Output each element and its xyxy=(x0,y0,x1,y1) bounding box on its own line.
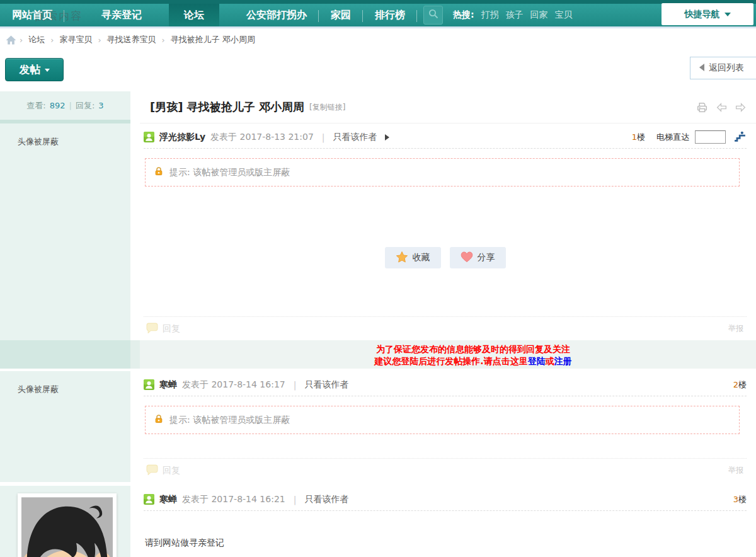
thread-stats: 查看: 892 | 回复: 3 xyxy=(0,91,130,123)
favorite-button[interactable]: 收藏 xyxy=(385,247,441,268)
replies-label: 回复: xyxy=(76,100,94,112)
report-link[interactable]: 举报 xyxy=(728,323,743,334)
hot-search-label: 热搜: xyxy=(453,9,474,21)
jump-to-floor-icon[interactable] xyxy=(733,130,747,144)
nav-item-anti-abduction[interactable]: 公安部打拐办 xyxy=(234,4,319,26)
post-meta-row: 寒蝉 发表于 2017-8-14 16:17 | 只看该作者 2楼 xyxy=(144,371,747,396)
post-content-text: 请到网站做寻亲登记 xyxy=(144,537,747,549)
breadcrumb-board[interactable]: 家寻宝贝 xyxy=(59,34,92,45)
post-time: 2017-8-14 16:17 xyxy=(211,379,285,389)
hot-term-4[interactable]: 宝贝 xyxy=(555,9,573,21)
blocked-notice: 提示: 该帖被管理员或版主屏蔽 xyxy=(145,158,740,187)
report-link[interactable]: 举报 xyxy=(728,465,743,476)
user-icon xyxy=(144,494,154,505)
hot-search-bar: 热搜: 打拐 孩子 回家 宝贝 xyxy=(453,4,573,26)
post-3: 寒蝉 发表于 2017-8-14 16:21 | 只看该作者 3楼 请到网站做寻… xyxy=(0,486,756,557)
nav-item-register-search[interactable]: 寻亲登记 xyxy=(89,4,154,26)
share-button[interactable]: 分享 xyxy=(450,247,506,268)
thread-header-row: 查看: 892 | 回复: 3 [男孩] 寻找被抢儿子 邓小周周 [复制链接] xyxy=(0,91,756,123)
forum-thread-page: 搜索内容 网站首页 寻亲登记 论坛 公安部打拐办 家园 排行榜 热搜: 打拐 孩… xyxy=(0,0,756,557)
nav-item-homeland[interactable]: 家园 xyxy=(319,4,363,26)
nav-item-ranking[interactable]: 排行榜 xyxy=(363,4,417,26)
hot-term-2[interactable]: 孩子 xyxy=(506,9,524,21)
new-post-button[interactable]: 发帖 xyxy=(5,58,64,81)
nav-spacer xyxy=(220,4,234,26)
star-icon xyxy=(396,251,408,265)
post-meta-row: 浮光掠影Ly 发表于 2017-8-13 21:07 | 只看该作者 1楼 电梯… xyxy=(144,123,747,149)
thread-toolbar: 发帖 返回列表 xyxy=(0,51,756,91)
home-icon[interactable] xyxy=(6,35,16,45)
replies-count: 3 xyxy=(98,101,103,110)
lock-icon xyxy=(154,414,164,426)
post-1: 头像被屏蔽 浮光掠影Ly 发表于 2017-8-13 21:07 | 只看该作者… xyxy=(0,123,756,340)
post-author[interactable]: 寒蝉 xyxy=(159,379,177,391)
user-icon xyxy=(144,132,154,142)
reply-button-disabled[interactable]: 回复 xyxy=(146,323,180,335)
hot-term-3[interactable]: 回家 xyxy=(530,9,548,21)
view-author-only-link[interactable]: 只看该作者 xyxy=(304,494,348,505)
blocked-notice-text: 提示: 该帖被管理员或版主屏蔽 xyxy=(169,415,290,426)
expand-icon[interactable] xyxy=(385,134,389,141)
chevron-down-icon xyxy=(724,13,731,16)
login-notice-band: 为了保证您发布的信息能够及时的得到回复及关注 建议您登陆后进行发帖操作.请点击这… xyxy=(0,340,756,369)
views-label: 查看: xyxy=(26,100,45,112)
floor-badge: 1楼 xyxy=(632,132,645,143)
reply-button-disabled[interactable]: 回复 xyxy=(146,464,180,477)
back-arrow-icon xyxy=(699,64,704,71)
top-navbar: 搜索内容 网站首页 寻亲登记 论坛 公安部打拐办 家园 排行榜 热搜: 打拐 孩… xyxy=(0,0,756,28)
hot-term-1[interactable]: 打拐 xyxy=(481,9,499,21)
post-time: 2017-8-14 16:21 xyxy=(211,494,285,504)
prev-thread-icon[interactable] xyxy=(716,101,728,113)
post-meta-row: 寒蝉 发表于 2017-8-14 16:21 | 只看该作者 3楼 xyxy=(144,486,747,511)
floor-badge: 2楼 xyxy=(733,379,747,391)
breadcrumb: › 论坛 › 家寻宝贝 › 寻找送养宝贝 › 寻找被抢儿子 邓小周周 xyxy=(0,28,756,51)
avatar[interactable] xyxy=(18,493,117,557)
blocked-notice-text: 提示: 该帖被管理员或版主屏蔽 xyxy=(169,167,290,178)
copy-link[interactable]: [复制链接] xyxy=(309,102,345,113)
breadcrumb-forum[interactable]: 论坛 xyxy=(28,34,45,45)
heart-icon xyxy=(461,251,473,265)
chevron-down-icon xyxy=(45,69,50,72)
post-author[interactable]: 寒蝉 xyxy=(159,494,177,505)
login-notice-line1: 为了保证您发布的信息能够及时的得到回复及关注 xyxy=(190,343,756,355)
reply-bubble-icon xyxy=(146,323,158,335)
view-author-only-link[interactable]: 只看该作者 xyxy=(333,132,377,143)
lock-icon xyxy=(154,166,164,178)
post-2: 头像被屏蔽 寒蝉 发表于 2017-8-14 16:17 | 只看该作者 2楼 xyxy=(0,371,756,482)
back-to-list-button[interactable]: 返回列表 xyxy=(690,57,756,79)
register-link[interactable]: 注册 xyxy=(554,356,572,366)
nav-item-home[interactable]: 网站首页 xyxy=(0,4,64,26)
floor-badge: 3楼 xyxy=(733,494,747,505)
login-link[interactable]: 登陆 xyxy=(528,356,546,366)
breadcrumb-thread[interactable]: 寻找被抢儿子 邓小周周 xyxy=(171,34,255,45)
nav-item-forum-active[interactable]: 论坛 xyxy=(169,4,219,26)
nav-spacer xyxy=(154,4,168,26)
avatar-blocked-text: 头像被屏蔽 xyxy=(0,123,130,147)
view-author-only-link[interactable]: 只看该作者 xyxy=(304,379,348,391)
reply-bubble-icon xyxy=(146,464,158,477)
search-button[interactable] xyxy=(423,6,443,25)
breadcrumb-subboard[interactable]: 寻找送养宝贝 xyxy=(107,34,156,45)
thread-title: [男孩] 寻找被抢儿子 邓小周周 xyxy=(150,100,304,115)
post-time: 2017-8-13 21:07 xyxy=(240,132,314,142)
search-icon xyxy=(428,8,439,22)
views-count: 892 xyxy=(50,101,66,110)
quick-nav-button[interactable]: 快捷导航 xyxy=(662,3,753,25)
post-author[interactable]: 浮光掠影Ly xyxy=(159,132,205,143)
blocked-notice: 提示: 该帖被管理员或版主屏蔽 xyxy=(145,406,740,434)
avatar-blocked-text: 头像被屏蔽 xyxy=(0,371,130,395)
next-thread-icon[interactable] xyxy=(735,101,747,113)
elevator-label[interactable]: 电梯直达 xyxy=(656,132,689,143)
user-icon xyxy=(144,379,154,390)
floor-jump-input[interactable] xyxy=(695,130,726,144)
login-notice-line2: 建议您登陆后进行发帖操作.请点击这里登陆或注册 xyxy=(190,355,756,367)
nav-spacer xyxy=(64,4,89,26)
print-icon[interactable] xyxy=(696,101,709,114)
